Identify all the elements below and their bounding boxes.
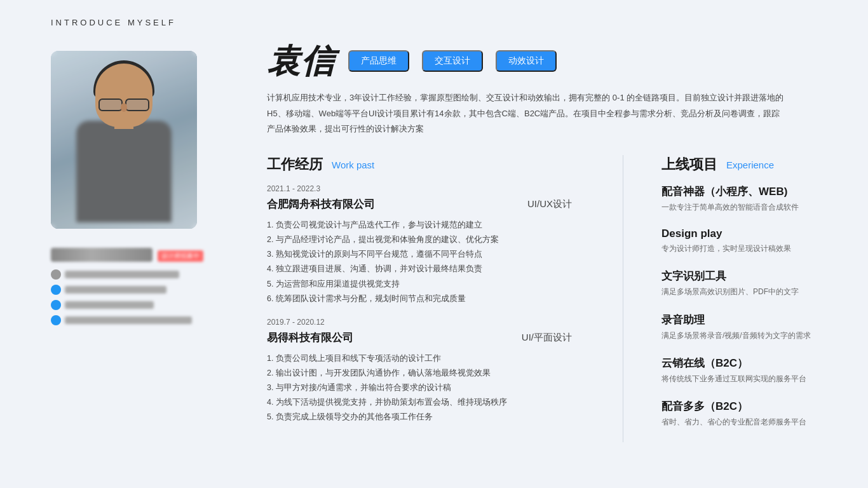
main-content: 袁信 产品思维 交互设计 动效设计 计算机应用技术专业，3年设计工作经验，掌握原…: [267, 44, 839, 442]
project-name-6: 配音多多（B2C）: [661, 399, 839, 414]
work-section: 工作经历 Work past 2021.1 - 2022.3 合肥阔舟科技有限公…: [267, 155, 572, 442]
list-item: 3. 熟知视觉设计的原则与不同平台规范，遵循不同平台特点: [267, 247, 572, 262]
project-item-3: 文字识别工具 满足多场景高效识别图片、PDF中的文字: [661, 269, 839, 298]
project-item-6: 配音多多（B2C） 省时、省力、省心的专业配音老师服务平台: [661, 399, 839, 428]
project-name-3: 文字识别工具: [661, 269, 839, 283]
profile-name: [51, 248, 153, 262]
project-desc-1: 一款专注于简单高效的智能语音合成软件: [661, 201, 839, 214]
profile-tag: 设计师招募中: [158, 250, 203, 262]
profile-detail-row-3: [51, 300, 229, 310]
profile-text-4: [65, 316, 192, 324]
project-desc-4: 满足多场景将录音/视频/音频转为文字的需求: [661, 330, 839, 342]
profile-detail-row-2: [51, 285, 229, 295]
page-title: INTRODUCE MYSELF: [51, 18, 176, 27]
project-item-1: 配音神器（小程序、WEB) 一款专注于简单高效的智能语音合成软件: [661, 184, 839, 214]
project-title-zh: 上线项目: [661, 155, 717, 174]
profile-detail-row-4: [51, 315, 229, 325]
work-title-zh: 工作经历: [267, 155, 323, 174]
profile-icon-1: [51, 269, 61, 280]
vertical-divider: [623, 155, 623, 442]
job2-items: 1. 负责公司线上项目和线下专项活动的设计工作 2. 输出设计图，与开发团队沟通…: [267, 351, 572, 425]
work-title: 工作经历 Work past: [267, 155, 572, 174]
job1-role: UI/UX设计: [527, 198, 572, 210]
chinese-name: 袁信: [267, 44, 336, 78]
project-name-2: Design play: [661, 227, 839, 240]
intro-text: 计算机应用技术专业，3年设计工作经验，掌握原型图绘制、交互设计和动效输出，拥有完…: [267, 90, 788, 137]
profile-icon-2: [51, 285, 61, 295]
project-title-en: Experience: [726, 159, 774, 170]
tag-motion[interactable]: 动效设计: [496, 50, 557, 72]
profile-text-2: [65, 286, 166, 294]
job1-company: 合肥阔舟科技有限公司: [267, 197, 375, 212]
list-item: 2. 输出设计图，与开发团队沟通协作，确认落地最终视觉效果: [267, 366, 572, 381]
tag-product[interactable]: 产品思维: [348, 50, 409, 72]
project-desc-3: 满足多场景高效识别图片、PDF中的文字: [661, 286, 839, 298]
project-desc-5: 将传统线下业务通过互联网实现的服务平台: [661, 373, 839, 385]
profile-icon-3: [51, 300, 61, 310]
list-item: 4. 独立跟进项目进展、沟通、协调，并对设计最终结果负责: [267, 262, 572, 276]
project-name-4: 录音助理: [661, 313, 839, 327]
job2-role: UI/平面设计: [522, 332, 572, 344]
job1-items: 1. 负责公司视觉设计与产品迭代工作，参与设计规范的建立 2. 与产品经理讨论产…: [267, 218, 572, 306]
list-item: 5. 负责完成上级领导交办的其他各项工作任务: [267, 410, 572, 424]
job2-company-row: 易得科技有限公司 UI/平面设计: [267, 330, 572, 345]
project-item-4: 录音助理 满足多场景将录音/视频/音频转为文字的需求: [661, 313, 839, 342]
name-section: 袁信 产品思维 交互设计 动效设计: [267, 44, 839, 78]
profile-text-3: [65, 301, 154, 309]
project-item-5: 云销在线（B2C） 将传统线下业务通过互联网实现的服务平台: [661, 356, 839, 385]
two-col-layout: 工作经历 Work past 2021.1 - 2022.3 合肥阔舟科技有限公…: [267, 155, 839, 442]
left-panel: 设计师招募中: [51, 51, 229, 332]
list-item: 1. 负责公司线上项目和线下专项活动的设计工作: [267, 351, 572, 366]
job2-company: 易得科技有限公司: [267, 330, 353, 345]
list-item: 2. 与产品经理讨论产品，提出视觉和体验角度的建议、优化方案: [267, 233, 572, 247]
job1-company-row: 合肥阔舟科技有限公司 UI/UX设计: [267, 197, 572, 212]
profile-icon-4: [51, 315, 61, 325]
work-title-en: Work past: [332, 159, 374, 170]
list-item: 1. 负责公司视觉设计与产品迭代工作，参与设计规范的建立: [267, 218, 572, 233]
list-item: 6. 统筹团队设计需求与分配，规划时间节点和完成质量: [267, 292, 572, 306]
profile-info: 设计师招募中: [51, 241, 229, 332]
project-section: 上线项目 Experience 配音神器（小程序、WEB) 一款专注于简单高效的…: [661, 155, 839, 442]
profile-text-1: [65, 271, 179, 278]
project-name-1: 配音神器（小程序、WEB): [661, 184, 839, 199]
avatar: [51, 51, 197, 229]
list-item: 5. 为运营部和应用渠道提供视觉支持: [267, 277, 572, 292]
project-desc-6: 省时、省力、省心的专业配音老师服务平台: [661, 416, 839, 428]
project-item-2: Design play 专为设计师打造，实时呈现设计稿效果: [661, 227, 839, 255]
list-item: 3. 与甲方对接/沟通需求，并输出符合要求的设计稿: [267, 381, 572, 395]
tag-interaction[interactable]: 交互设计: [422, 50, 483, 72]
project-title: 上线项目 Experience: [661, 155, 839, 174]
profile-detail-row-1: [51, 269, 229, 280]
job1-period: 2021.1 - 2022.3: [267, 184, 572, 193]
job2-period: 2019.7 - 2020.12: [267, 318, 572, 327]
project-desc-2: 专为设计师打造，实时呈现设计稿效果: [661, 243, 839, 255]
list-item: 4. 为线下活动提供视觉支持，并协助策划布置会场、维持现场秩序: [267, 395, 572, 410]
project-name-5: 云销在线（B2C）: [661, 356, 839, 370]
